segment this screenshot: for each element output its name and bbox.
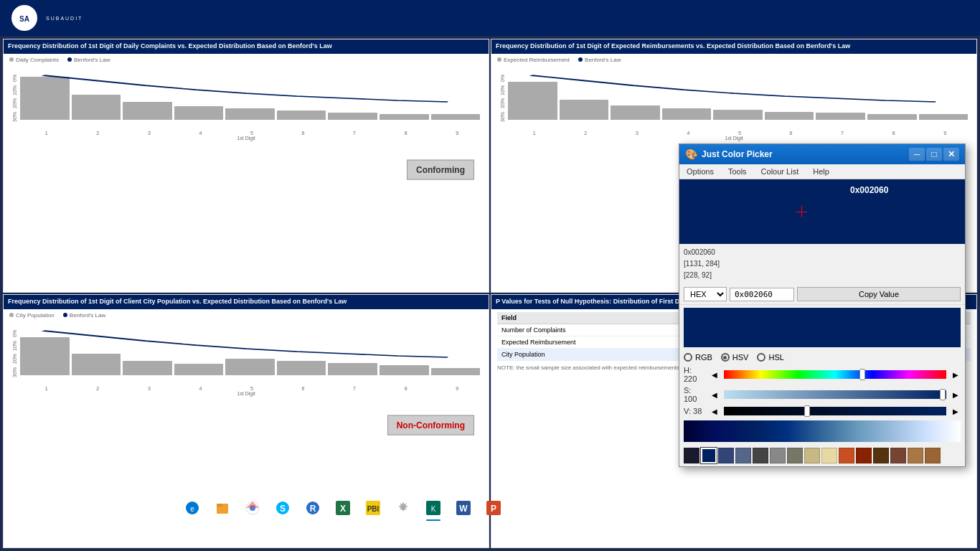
cp-menu-colour-list[interactable]: Colour List bbox=[754, 164, 806, 179]
cp-v-label: V: 38 bbox=[684, 407, 705, 415]
taskbar-app-word[interactable]: W bbox=[449, 494, 478, 522]
x-axis-label-3: 1st Digit bbox=[9, 391, 483, 396]
cp-h-increase[interactable]: ▶ bbox=[951, 369, 961, 380]
report-header: SA SUBAUDIT bbox=[0, 0, 980, 36]
cp-radio-hsv-btn[interactable] bbox=[721, 353, 730, 362]
cp-h-decrease[interactable]: ◀ bbox=[710, 369, 720, 380]
chart-panel-1: Frequency Distribution of 1st Digit of D… bbox=[3, 39, 489, 293]
svg-text:S: S bbox=[280, 504, 286, 514]
row-field-2: Expected Reimbursement bbox=[497, 336, 690, 348]
taskbar-app-settings[interactable] bbox=[389, 494, 418, 522]
nonconforming-badge: Non-Conforming bbox=[387, 415, 474, 435]
cp-s-label: S: 100 bbox=[684, 386, 705, 403]
cp-swatch-4[interactable] bbox=[735, 448, 751, 463]
chart-title-2: Frequency Distribution of 1st Digit of E… bbox=[491, 39, 976, 54]
cp-swatches bbox=[679, 445, 965, 466]
cp-copy-button[interactable]: Copy Value bbox=[797, 287, 961, 301]
svg-text:SA: SA bbox=[19, 15, 29, 23]
mini-chart-2: 30%20%10%0% bbox=[497, 66, 971, 138]
cp-radio-hsl-label: HSL bbox=[768, 353, 783, 362]
cp-menu-help[interactable]: Help bbox=[806, 164, 837, 179]
cp-v-thumb[interactable] bbox=[804, 405, 810, 417]
cp-swatch-1[interactable] bbox=[684, 448, 699, 463]
cp-hex-input[interactable] bbox=[730, 288, 794, 301]
svg-text:W: W bbox=[459, 504, 468, 514]
cp-titlebar: 🎨 Just Color Picker ─ □ ✕ bbox=[679, 144, 965, 164]
cp-minimize-button[interactable]: ─ bbox=[909, 148, 925, 161]
cp-s-thumb[interactable] bbox=[940, 389, 946, 400]
cp-preview-current bbox=[684, 308, 755, 347]
report-logo: SA bbox=[11, 5, 37, 31]
svg-text:R: R bbox=[310, 504, 316, 514]
taskbar-app-kaspersky[interactable]: K bbox=[419, 494, 448, 522]
cp-small-previews bbox=[684, 308, 961, 347]
cp-swatch-7[interactable] bbox=[787, 448, 803, 463]
chart-title-3: Frequency Distribution of 1st Digit of C… bbox=[4, 295, 489, 309]
cp-radio-hsl[interactable]: HSL bbox=[757, 353, 783, 362]
cp-swatch-9[interactable] bbox=[821, 448, 837, 463]
cp-menu-tools[interactable]: Tools bbox=[721, 164, 754, 179]
taskbar-app-explorer[interactable] bbox=[208, 494, 237, 522]
svg-text:X: X bbox=[340, 504, 346, 514]
cp-close-button[interactable]: ✕ bbox=[943, 148, 959, 161]
taskbar-app-excel[interactable]: X bbox=[329, 494, 357, 522]
cp-right-panel: 0x002060 bbox=[844, 179, 965, 284]
cp-radio-hsv-label: HSV bbox=[732, 353, 749, 362]
taskbar-app-pbi[interactable]: PBI bbox=[359, 494, 387, 522]
cp-swatch-8[interactable] bbox=[804, 448, 820, 463]
cp-swatch-selected[interactable] bbox=[701, 448, 717, 463]
row-field-1: Number of Complaints bbox=[497, 324, 690, 336]
taskbar-app-chrome[interactable] bbox=[238, 494, 267, 522]
cp-s-decrease[interactable]: ◀ bbox=[710, 390, 720, 400]
cp-hex-large: 0x002060 bbox=[844, 179, 965, 244]
cp-main-content: 0x002060 [1131, 284] [228, 92] 0x002060 bbox=[679, 179, 965, 284]
cp-swatch-6[interactable] bbox=[770, 448, 786, 463]
cp-gradient-area[interactable] bbox=[684, 420, 961, 442]
cp-swatch-15[interactable] bbox=[925, 448, 941, 463]
cp-swatch-3[interactable] bbox=[718, 448, 734, 463]
chart-legend-2: Expected Reimbursement Benford's Law bbox=[497, 57, 971, 63]
cp-crosshair-area[interactable] bbox=[758, 179, 844, 244]
cp-radio-rgb-label: RGB bbox=[695, 353, 712, 362]
cp-s-track[interactable] bbox=[724, 390, 946, 399]
row-field-3: City Population bbox=[497, 348, 690, 360]
cp-title-icon: 🎨 bbox=[685, 149, 697, 160]
cp-color-info: 0x002060 [1131, 284] [228, 92] bbox=[679, 244, 758, 284]
cp-v-increase[interactable]: ▶ bbox=[951, 406, 961, 416]
cp-radio-rgb[interactable]: RGB bbox=[684, 353, 712, 362]
cp-radio-hsl-btn[interactable] bbox=[757, 353, 765, 362]
cp-h-track[interactable] bbox=[724, 370, 946, 379]
cp-menu-options[interactable]: Options bbox=[679, 164, 721, 179]
cp-color-large bbox=[679, 179, 758, 244]
cp-v-track[interactable] bbox=[724, 407, 946, 415]
cp-h-thumb[interactable] bbox=[859, 369, 865, 380]
cp-swatch-10[interactable] bbox=[839, 448, 854, 463]
cp-center-panel bbox=[758, 179, 844, 284]
color-picker-window: 🎨 Just Color Picker ─ □ ✕ Options Tools … bbox=[679, 143, 966, 467]
cp-radio-rgb-btn[interactable] bbox=[684, 353, 692, 362]
cp-swatch-13[interactable] bbox=[890, 448, 906, 463]
cp-h-slider-row: H: 220 ◀ ▶ bbox=[679, 364, 965, 385]
col-header-field: Field bbox=[497, 312, 690, 324]
conforming-badge: Conforming bbox=[407, 160, 474, 180]
cp-menu: Options Tools Colour List Help bbox=[679, 164, 965, 179]
cp-swatch-14[interactable] bbox=[908, 448, 923, 463]
cp-swatch-5[interactable] bbox=[753, 448, 768, 463]
chart-title-1: Frequency Distribution of 1st Digit of D… bbox=[4, 39, 489, 54]
taskbar-app-edge[interactable]: e bbox=[178, 494, 207, 522]
cp-radio-hsv[interactable]: HSV bbox=[721, 353, 749, 362]
cp-format-select[interactable]: HEX RGB HSV HSL bbox=[684, 287, 727, 301]
taskbar-app-skype[interactable]: S bbox=[268, 494, 297, 522]
cp-swatch-12[interactable] bbox=[873, 448, 889, 463]
cp-maximize-button[interactable]: □ bbox=[926, 148, 942, 161]
cp-radio-row: RGB HSV HSL bbox=[679, 350, 965, 364]
cp-v-slider-row: V: 38 ◀ ▶ bbox=[679, 405, 965, 418]
mini-chart-1: 30%20%10%0% bbox=[9, 66, 483, 138]
taskbar-app-powerpoint[interactable]: P bbox=[479, 494, 508, 522]
cp-swatch-11[interactable] bbox=[856, 448, 872, 463]
cp-hex-row: HEX RGB HSV HSL Copy Value bbox=[679, 284, 965, 305]
cp-v-decrease[interactable]: ◀ bbox=[710, 406, 720, 416]
cp-s-increase[interactable]: ▶ bbox=[951, 390, 961, 400]
cp-controls: ─ □ ✕ bbox=[909, 148, 959, 161]
taskbar-app-r[interactable]: R bbox=[298, 494, 327, 522]
